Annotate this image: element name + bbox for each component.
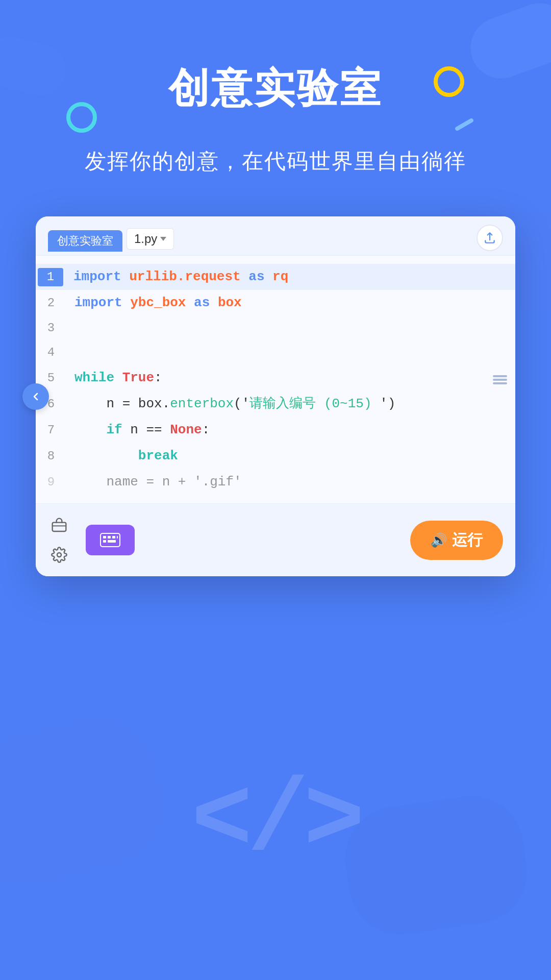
code-content-5: while True: <box>66 368 515 388</box>
bottom-section: </> <box>0 694 551 949</box>
svg-rect-5 <box>108 536 111 538</box>
tab-label[interactable]: 创意实验室 <box>48 230 122 252</box>
card-header: 创意实验室 1.py <box>36 216 515 256</box>
svg-rect-7 <box>117 536 118 538</box>
svg-rect-4 <box>103 536 106 538</box>
settings-icon-btn[interactable] <box>48 544 70 566</box>
code-content-2: import ybc_box as box <box>66 293 515 313</box>
run-icon: 🔊 <box>431 532 447 548</box>
editor-card-container: 创意实验室 1.py 1 import urllib.request as rq… <box>36 216 515 576</box>
code-content-6: n = box.enterbox('请输入编号 (0~15) ') <box>66 394 515 414</box>
code-content-8: break <box>66 446 515 466</box>
back-button[interactable] <box>22 383 49 410</box>
toolbox-icon <box>51 517 67 533</box>
code-line-2: 2 import ybc_box as box <box>36 290 515 316</box>
svg-rect-8 <box>103 540 106 543</box>
scroll-indicator <box>493 375 507 384</box>
code-decoration-icon: </> <box>191 764 360 879</box>
file-name: 1.py <box>134 232 157 246</box>
editor-card: 创意实验室 1.py 1 import urllib.request as rq… <box>36 216 515 576</box>
code-line-3: 3 <box>36 316 515 340</box>
share-button[interactable] <box>477 225 503 251</box>
top-section: 创意实验室 发挥你的创意，在代码世界里自由徜徉 <box>0 0 551 176</box>
settings-icon <box>51 547 67 563</box>
keyboard-button[interactable] <box>86 525 135 555</box>
code-content-1: import urllib.request as rq <box>65 267 515 287</box>
scroll-line-2 <box>493 379 507 381</box>
file-selector[interactable]: 1.py <box>127 228 174 250</box>
svg-rect-9 <box>108 540 116 543</box>
line-number-3: 3 <box>36 319 66 337</box>
run-button-label: 运行 <box>452 530 483 551</box>
code-line-7: 7 if n == None: <box>36 417 515 443</box>
line-number-9: 9 <box>36 473 66 492</box>
code-line-1: 1 import urllib.request as rq <box>36 264 515 290</box>
card-footer: 🔊 运行 <box>36 503 515 576</box>
scroll-line-1 <box>493 375 507 377</box>
tab-bar: 创意实验室 1.py <box>48 228 174 252</box>
scroll-line-3 <box>493 382 507 384</box>
main-title: 创意实验室 <box>0 61 551 116</box>
svg-rect-0 <box>53 523 66 531</box>
line-number-2: 2 <box>36 294 66 312</box>
svg-rect-6 <box>112 536 115 538</box>
code-line-4: 4 <box>36 340 515 365</box>
code-line-6: 6 n = box.enterbox('请输入编号 (0~15) ') <box>36 391 515 417</box>
code-area[interactable]: 1 import urllib.request as rq 2 import y… <box>36 256 515 503</box>
line-number-1: 1 <box>38 268 63 286</box>
line-number-8: 8 <box>36 447 66 465</box>
code-content-7: if n == None: <box>66 420 515 440</box>
back-icon <box>30 390 42 403</box>
subtitle: 发挥你的创意，在代码世界里自由徜徉 <box>0 147 551 176</box>
reflection-area <box>0 581 551 694</box>
run-button[interactable]: 🔊 运行 <box>410 521 503 560</box>
code-line-5: 5 while True: <box>36 365 515 391</box>
code-line-9: 9 name = n + '.gif' <box>36 469 515 495</box>
code-line-8: 8 break <box>36 443 515 469</box>
share-icon <box>483 231 496 244</box>
toolbox-icon-btn[interactable] <box>48 514 70 536</box>
chevron-down-icon <box>160 237 166 241</box>
line-number-7: 7 <box>36 421 66 439</box>
line-number-4: 4 <box>36 344 66 362</box>
svg-point-2 <box>57 553 61 557</box>
code-content-9: name = n + '.gif' <box>66 472 515 492</box>
keyboard-icon <box>100 532 120 548</box>
